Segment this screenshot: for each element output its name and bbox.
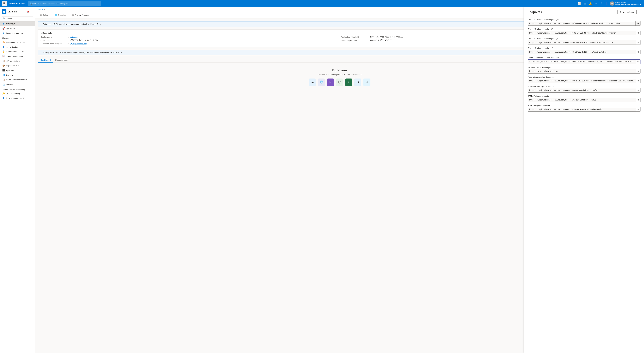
delete-button[interactable]: 🗑 Delete [38,13,50,17]
endpoints-label: Endpoints [58,14,66,16]
sidebar-item-manifest[interactable]: 📄 Manifest [0,82,35,87]
global-search-container[interactable]: 🔍 [28,1,101,6]
settings-button[interactable]: ⚙ [594,2,598,6]
essentials-value-clientid: bdf6ee85-ffbc-4623-a402-97bd... [370,36,403,38]
sidebar-item-api-permissions[interactable]: 📋 API permissions [0,59,35,63]
sidebar-item-expose-api[interactable]: 📦 Expose an API [0,63,35,68]
essentials-value-objectid: bff78030-bd53-410a-8ed1-38c... [70,39,102,42]
endpoint-copy-oauth2-token-v1[interactable]: ⧉ [636,50,640,54]
sidebar-search-input[interactable] [6,17,32,20]
user-subtitle: TASKFLEET (TASKFLEET.ONMICR... [615,4,642,5]
global-search-input[interactable] [32,3,100,5]
owners-icon: 👥 [2,74,5,76]
endpoint-oauth2-token-v1: OAuth 2.0 token endpoint (v1) ⧉ [528,47,640,54]
feedback-button[interactable]: 👤 [604,2,609,6]
endpoint-label-msgraph: Microsoft Graph API endpoint [528,66,640,69]
copy-to-clipboard-button[interactable]: Copy to clipboard [617,10,636,14]
essentials-row-accounttypes: Supported account types : My organizatio… [40,43,338,45]
delete-icon: 🗑 [40,14,42,16]
app-icon-azure: ☁ [309,79,316,86]
tab-documentation[interactable]: Documentation [53,58,70,63]
sidebar-item-certificates[interactable]: 🏅 Certificates & secrets [0,49,35,54]
breadcrumb-home[interactable]: Home [38,8,43,11]
endpoint-url-msgraph[interactable] [528,70,636,73]
endpoints-close-button[interactable]: ✕ [638,11,640,14]
app-roles-icon: ⬛ [2,69,5,72]
endpoints-button[interactable]: 🌐 Endpoints [52,13,68,17]
avatar-initials: SK [611,3,613,5]
preview-label: Preview features [75,14,89,16]
essentials-value-accounttypes[interactable]: My organization only [70,43,87,45]
endpoint-copy-saml-signout[interactable]: ⧉ [636,107,640,112]
sidebar-item-authentication[interactable]: 👤 Authentication [0,45,35,49]
endpoint-url-saml-signon[interactable] [528,98,636,102]
endpoint-copy-msgraph[interactable]: ⧉ [636,69,640,73]
endpoint-label-saml-signout: SAML-P sign-out endpoint [528,104,640,107]
app-icon [2,9,6,14]
sidebar-search-container[interactable]: 🔍 [2,17,33,20]
endpoint-field-oauth2-token-v1: ⧉ [528,50,640,54]
sidebar-label-api-permissions: API permissions [6,60,20,62]
portal-button[interactable]: ⊞ [583,2,587,6]
endpoint-url-oauth2-token-v2[interactable] [528,31,636,35]
endpoint-copy-oauth2-auth-v2[interactable]: ⧉ [635,21,640,26]
app-icon-excel: X [345,79,352,86]
endpoint-url-ws-federation[interactable] [528,89,636,92]
integration-icon: ✈ [2,32,5,34]
endpoint-ws-federation: WS-Federation sign-on endpoint ⧉ [528,85,640,93]
endpoint-url-saml-signout[interactable] [528,108,636,111]
certificates-icon: 🏅 [2,50,5,53]
endpoint-copy-saml-signon[interactable]: ⧉ [636,98,640,102]
endpoint-copy-oauth2-token-v2[interactable]: ⧉ [636,31,640,35]
app-header: skribble 📌 ··· [0,7,35,15]
sidebar-label-manifest: Manifest [6,83,13,86]
sidebar-item-support[interactable]: 👤 New support request [0,96,35,101]
endpoint-msgraph: Microsoft Graph API endpoint ⧉ [528,66,640,74]
sidebar-item-branding[interactable]: 🎨 Branding & properties [0,40,35,45]
endpoint-oauth2-auth-v1: OAuth 2.0 authorization endpoint (v1) ⧉ [528,38,640,45]
user-info[interactable]: SK skilfleet.onmicr... TASKFLEET (TASKFL… [610,2,642,6]
cloud-shell-button[interactable]: ⬜ [577,2,582,6]
sidebar-item-token[interactable]: 📊 Token configuration [0,54,35,59]
sidebar-item-overview[interactable]: ⊞ Overview [0,21,35,26]
sidebar-item-troubleshooting[interactable]: 🔑 Troubleshooting [0,91,35,96]
endpoint-url-openid-metadata[interactable] [528,60,636,64]
preview-features-button[interactable]: ⬡ Preview features [70,13,91,17]
token-icon: 📊 [2,55,5,58]
sidebar-item-app-roles[interactable]: ⬛ App roles [0,68,35,73]
endpoint-copy-federation-metadata[interactable]: ⧉ [636,79,640,83]
sidebar-item-integration[interactable]: ✈ Integration assistant [0,31,35,36]
tab-get-started[interactable]: Get Started [38,58,53,63]
endpoint-url-oauth2-auth-v2[interactable] [528,22,635,25]
more-button[interactable]: ··· [31,10,33,13]
endpoint-oauth2-token-v2: OAuth 2.0 token endpoint (v2) ⧉ [528,28,640,35]
topbar-icons: ⬜ ⊞ 🔔 ⚙ ? 👤 SK skilfleet.onmicr... TASKF… [577,2,642,6]
app-icon-diamond: 💎 [318,79,325,86]
info-text2: Starting June 30th, 2020 we will no long… [43,51,124,54]
endpoint-copy-ws-federation[interactable]: ⧉ [636,88,640,92]
endpoints-body: OAuth 2.0 authorization endpoint (v2) ⧉ … [524,16,644,353]
endpoint-field-oauth2-token-v2: ⧉ [528,31,640,35]
info-icon2: ℹ [40,52,41,54]
sidebar-label-troubleshooting: Troubleshooting [6,92,20,95]
hamburger-button[interactable]: ☰ [2,1,7,6]
endpoint-url-oauth2-token-v1[interactable] [528,50,636,54]
sidebar-item-owners[interactable]: 👥 Owners [0,73,35,77]
authentication-icon: 👤 [2,46,5,48]
support-icon: 👤 [2,97,5,99]
endpoint-copy-oauth2-auth-v1[interactable]: ⧉ [636,41,640,45]
endpoint-copy-openid-metadata[interactable]: ⧉ [636,60,640,64]
endpoint-label-oauth2-token-v1: OAuth 2.0 token endpoint (v1) [528,47,640,49]
essentials-value-displayname[interactable]: skribble... [70,36,78,38]
endpoint-oauth2-auth-v2: OAuth 2.0 authorization endpoint (v2) ⧉ [528,19,640,26]
topbar: ☰ Microsoft Azure 🔍 ⬜ ⊞ 🔔 ⚙ ? 👤 SK skilf… [0,0,644,7]
notifications-button[interactable]: 🔔 [588,2,593,6]
endpoint-field-saml-signout: ⧉ [528,107,640,112]
sidebar-item-roles-admin[interactable]: 📋 Roles and administrators [0,77,35,82]
pin-button[interactable]: 📌 [27,10,30,13]
sidebar-item-quickstart[interactable]: 🚀 Quickstart [0,26,35,31]
branding-icon: 🎨 [2,41,5,43]
help-button[interactable]: ? [599,2,603,6]
endpoint-url-oauth2-auth-v1[interactable] [528,41,636,44]
endpoint-url-federation-metadata[interactable] [528,79,636,83]
